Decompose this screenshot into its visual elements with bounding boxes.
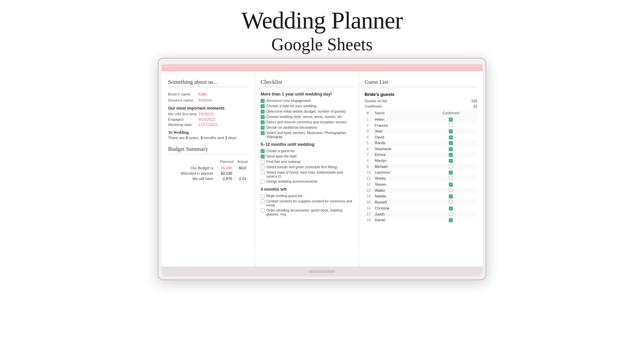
checkbox-checked[interactable] <box>261 149 265 153</box>
checklist-item-text: Choose a date for your wedding. <box>266 104 317 108</box>
guest-num: 7 <box>365 152 373 158</box>
checkbox-unchecked[interactable] <box>261 165 265 169</box>
met-row: We met first time 7/5/2019 <box>168 112 248 116</box>
page-title: Wedding Planner <box>241 7 402 35</box>
guest-name: Judith <box>373 211 424 217</box>
checkbox-unchecked[interactable] <box>261 180 265 184</box>
guest-num: 17 <box>365 211 373 217</box>
budget-row: We still have 2,870 2,11 <box>169 176 248 181</box>
guest-num: 5 <box>365 140 373 146</box>
guest-confirmed <box>425 164 477 170</box>
checklist-item-text: Contact vendors for supplies needed for … <box>266 199 354 207</box>
budget-row-label: Our Budget is <box>169 166 215 170</box>
screen-header <box>161 64 483 71</box>
guest-confirmed-unchecked <box>449 164 453 168</box>
budget-row-planned: 62,130 <box>215 171 233 176</box>
guest-row: 6 Stephanie <box>365 146 477 152</box>
checklist-item: Send save the date <box>261 154 354 159</box>
checkbox-unchecked[interactable] <box>261 160 265 164</box>
checklist-group-title: More than 1 year until wedding day! <box>261 92 354 97</box>
budget-row-actual <box>234 171 248 176</box>
about-section-title: Something about us... <box>168 79 248 87</box>
checklist-column: Checklist More than 1 year until wedding… <box>255 69 359 266</box>
checklist-item-text: Determine initial details (budget, numbe… <box>266 109 346 113</box>
guest-row: 16 Christina <box>365 205 477 211</box>
checklist-item-text: Design wedding announcements <box>266 179 317 183</box>
guest-name: Stephanie <box>373 146 424 152</box>
guest-confirmed <box>425 134 477 140</box>
checkbox-unchecked[interactable] <box>261 199 265 203</box>
checklist-item: Choose a date for your wedding. <box>261 104 354 108</box>
checkbox-checked[interactable] <box>261 99 265 103</box>
guest-confirmed-unchecked <box>449 200 453 204</box>
guestlist-section-title: Guest List <box>365 79 477 87</box>
checkbox-checked[interactable] <box>261 115 265 119</box>
guest-confirmed-checked <box>449 194 453 198</box>
guest-name: David <box>373 134 424 140</box>
budget-col-planned: Planned <box>215 160 233 165</box>
checklist-item-text: Decide on additional decorations <box>266 125 317 129</box>
guest-name: Laurence <box>373 170 424 176</box>
brides-guests-title: Bride's guests <box>365 92 477 97</box>
to-wedding-section: To Wedding There are 0 years, 5 months a… <box>168 130 248 140</box>
checkbox-checked[interactable] <box>261 104 265 108</box>
to-wedding-text: There are 0 years, 5 months and 1 days <box>168 136 248 140</box>
guest-num: 12 <box>365 181 373 187</box>
checkbox-checked[interactable] <box>261 110 265 114</box>
guest-confirmed-checked <box>449 141 453 145</box>
checklist-item-text: Begin inviting guest list <box>266 194 302 198</box>
guest-name: Randy <box>373 140 424 146</box>
groom-row: Groom's name Andrew <box>168 98 248 103</box>
checklist-item: Choose wedding style, venue, dress, tuxe… <box>261 115 354 119</box>
guest-confirmed <box>425 193 477 199</box>
guest-confirmed-checked <box>449 159 453 163</box>
guest-confirmed <box>425 140 477 146</box>
budget-row-label: We still have <box>169 176 215 181</box>
guest-row: 2 Frances <box>365 122 477 128</box>
col-name-header: Name <box>373 110 424 116</box>
guest-confirmed <box>425 146 477 152</box>
guests-on-list-label: Guests on list <box>365 99 387 103</box>
guest-confirmed-checked <box>449 206 453 210</box>
bride-row: Bride's name Kate <box>168 92 248 97</box>
guest-name: Russell <box>373 199 424 205</box>
guests-on-list-value: 102 <box>471 99 477 103</box>
checkbox-checked[interactable] <box>261 155 265 159</box>
checkbox-checked[interactable] <box>261 131 265 135</box>
col-confirmed-header: Confirmed <box>425 110 477 116</box>
checklist-group-title: 4 months left <box>261 187 354 192</box>
guest-num: 9 <box>365 164 373 170</box>
guest-name: Emma <box>373 152 424 158</box>
checkbox-checked[interactable] <box>261 126 265 130</box>
met-label: We met first time <box>168 112 198 116</box>
guest-row: 12 Steven <box>365 181 477 187</box>
guest-num: 15 <box>365 199 373 205</box>
checkbox-checked[interactable] <box>261 120 265 124</box>
about-column: Something about us... Bride's name Kate … <box>161 69 255 266</box>
bride-name: Kate <box>198 92 207 97</box>
guest-name: Frances <box>373 122 424 128</box>
to-wedding-title: To Wedding <box>168 130 248 135</box>
checkbox-unchecked[interactable] <box>261 171 265 175</box>
checklist-section-title: Checklist <box>261 79 354 87</box>
guest-confirmed <box>425 128 477 134</box>
col-num-header: # <box>365 110 373 116</box>
guest-row: 4 David <box>365 134 477 140</box>
engaged-date: 9/25/2022 <box>198 117 215 121</box>
guest-confirmed <box>425 122 477 128</box>
guest-confirmed-unchecked <box>449 212 453 216</box>
guest-confirmed-checked <box>449 118 453 122</box>
checklist-content: More than 1 year until wedding day!Annou… <box>261 92 354 216</box>
checkbox-unchecked[interactable] <box>261 194 265 198</box>
guest-confirmed <box>425 187 477 193</box>
checkbox-unchecked[interactable] <box>261 208 265 213</box>
checklist-item: Select and book vendors: Musicians, Phot… <box>261 131 354 139</box>
guest-row: 3 Jean <box>365 128 477 134</box>
guest-num: 8 <box>365 158 373 164</box>
wedding-date-value: 11/27/2023 <box>198 123 218 127</box>
guest-stats: Guests on list 102 <box>365 99 477 103</box>
guest-row: 13 Walter <box>365 187 477 193</box>
guest-confirmed <box>425 199 477 205</box>
guest-num: 4 <box>365 134 373 140</box>
checklist-item: Find hair and makeup <box>261 160 354 164</box>
